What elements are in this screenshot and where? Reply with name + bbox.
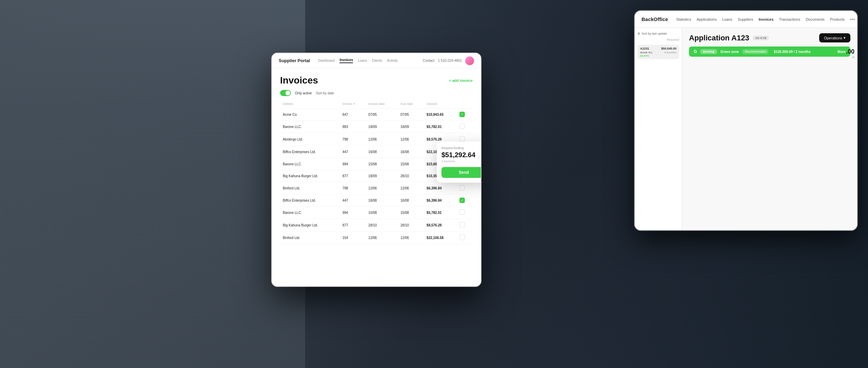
bo-nav-suppliers[interactable]: Suppliers [738,17,753,21]
bo-nav-products[interactable]: Products [830,17,845,21]
only-active-label: Only active [295,91,312,95]
cell-checkbox[interactable] [457,219,473,232]
supplier-portal-tablet: Supplier Portal Dashboard Invoices Loans… [271,53,481,287]
bo-sidebar: ⚙ Sort by last update Required A1231 $50… [635,28,682,230]
sp-nav-invoices[interactable]: Invoices [339,58,353,63]
cell-invoice: 994 [340,206,366,219]
scoring-zone: Green zone [721,50,739,54]
bo-app-title: Application A123 [689,34,749,42]
sp-navbar: Supplier Portal Dashboard Invoices Loans… [272,53,481,68]
sp-nav-loans[interactable]: Loans [358,59,367,62]
cell-inv-date: 07/05 [366,109,398,121]
cell-inv-date: 28/10 [366,219,398,232]
cell-due-date: 16/08 [398,146,424,158]
operations-button[interactable]: Operations ▾ [819,33,850,42]
sp-nav-dashboard[interactable]: Dashboard [318,59,335,62]
cell-debtor: Barone LLC. [280,121,340,133]
scoring-g-icon: G [694,49,697,54]
cell-checkbox[interactable]: ✓ [457,195,473,206]
bo-nav-invoices[interactable]: Invoices [759,17,774,21]
only-active-toggle[interactable] [280,90,291,96]
cell-inv-date: 18/09 [366,170,398,182]
cell-inv-date: 12/06 [366,133,398,146]
cell-invoice: 994 [340,158,366,170]
cell-inv-date: 12/06 [366,232,398,244]
cell-amount: $6,396.84 [424,195,457,206]
cell-invoice: 877 [340,219,366,232]
table-row[interactable]: Binford Ltd. 154 12/06 12/06 $22,106.58 [280,232,473,244]
cell-amount: $6,396.84 [424,182,457,195]
cell-debtor: Barone LLC. [280,158,340,170]
invoice-checkbox[interactable] [459,185,465,190]
cell-debtor: Barone LLC. [280,206,340,219]
bo-nav-statistics[interactable]: Statistics [676,17,691,21]
invoice-checkbox[interactable] [459,222,465,227]
cell-checkbox[interactable] [457,121,473,133]
filter-icon[interactable]: ⚙ [637,32,640,35]
cell-due-date: 15/08 [398,158,424,170]
contact-phone[interactable]: 1 510-224-4801 [438,59,462,62]
sidebar-app-status: On KYC [640,55,676,57]
add-invoice-button[interactable]: + add invoice [449,78,473,82]
bo-nav-documents[interactable]: Documents [806,17,825,21]
scoring-more-btn[interactable]: More [837,50,846,54]
table-row[interactable]: Biffco Enterprises Ltd. 447 16/08 16/08 … [280,195,473,206]
table-row[interactable]: Binford Ltd. 798 12/06 12/06 $6,396.84 [280,182,473,195]
sp-nav-clients[interactable]: Clients [372,59,382,62]
cell-amount: $5,782.01 [424,121,457,133]
sidebar-app-name: Acme Co. [640,51,653,54]
cell-debtor: Big Kahuna Burger Ltd. [280,219,340,232]
col-amount: Amount [424,101,457,109]
bo-nav-applications[interactable]: Applications [696,17,716,21]
cell-debtor: Abstergo Ltd. [280,133,340,146]
cell-amount: $22,106.58 [424,232,457,244]
required-label: Required [667,38,679,41]
table-row[interactable]: Acme Co. 647 07/05 07/05 $10,943.65 ✓ [280,109,473,121]
sp-logo: Supplier Portal [279,58,310,63]
cell-inv-date: 12/06 [366,182,398,195]
table-row[interactable]: Big Kahuna Burger Ltd. 877 28/10 28/10 $… [280,219,473,232]
invoice-checkbox[interactable] [459,124,465,129]
interest-value: .00 [846,48,854,55]
cell-checkbox[interactable] [457,206,473,219]
col-inv-date: Invoice date [366,101,398,109]
invoice-checkbox[interactable] [459,209,465,215]
funding-panel-title: Request funding [441,146,481,150]
interest-sublabel: al [846,55,854,59]
cell-checkbox[interactable] [457,232,473,244]
table-header-row: Debtors Invoice # Invoice date Due date … [280,101,473,109]
bo-nav-transactions[interactable]: Transactions [779,17,801,21]
table-row[interactable]: Barone LLC. 883 18/09 18/09 $5,782.01 [280,121,473,133]
cell-due-date: 07/05 [398,109,424,121]
funding-send-button[interactable]: Send [441,167,481,178]
cell-inv-date: 18/09 [366,121,398,133]
invoice-checkbox[interactable] [459,136,465,142]
cell-amount: $8,576.28 [424,219,457,232]
cell-debtor: Biffco Enterprises Ltd. [280,195,340,206]
cell-checkbox[interactable]: ✓ [457,109,473,121]
sp-user-avatar[interactable] [465,56,474,65]
bo-sidebar-item-a1231[interactable]: A1231 $50,545.00 Acme Co. 5 months On KY… [637,45,679,59]
sp-nav-activity[interactable]: Activity [387,59,398,62]
funding-panel: Request funding $51,292.64 4 invoices Se… [437,142,481,183]
sort-by-date[interactable]: Sort by date [316,91,334,95]
cell-due-date: 12/06 [398,182,424,195]
chevron-down-icon: ▾ [844,36,846,40]
cell-due-date: 15/08 [398,206,424,219]
bo-logo: BackOffice [642,16,668,22]
invoice-checkbox[interactable]: ✓ [459,112,465,117]
more-nav-icon[interactable]: ••• [850,17,855,22]
cell-checkbox[interactable] [457,182,473,195]
sp-page-header: Invoices + add invoice [280,75,473,86]
cell-invoice: 447 [340,146,366,158]
funding-invoices-count: 4 invoices [441,160,481,163]
table-row[interactable]: Barone LLC. 994 15/08 15/08 $5,782.01 [280,206,473,219]
cell-amount: $5,782.01 [424,206,457,219]
invoice-checkbox[interactable] [459,235,465,240]
operations-label: Operations [824,36,842,40]
bo-nav-loans[interactable]: Loans [722,17,732,21]
invoice-checkbox[interactable]: ✓ [459,198,465,203]
bo-scoring-bar: G Scoring Green zone Recommended $120,00… [689,47,850,57]
cell-due-date: 28/10 [398,219,424,232]
filter-label: Sort by last update [642,32,667,35]
